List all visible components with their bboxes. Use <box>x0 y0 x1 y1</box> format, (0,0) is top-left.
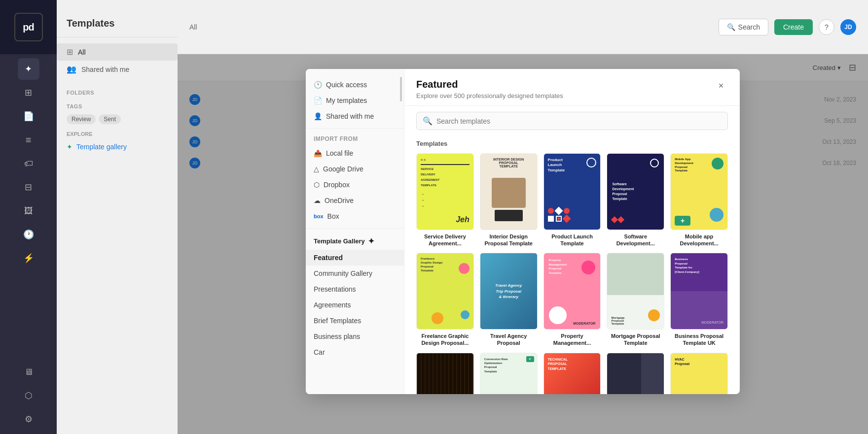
sidebar-icon-clock[interactable]: 🕐 <box>18 224 39 245</box>
gallery-label-text: Template Gallery <box>314 237 365 245</box>
template-card-software-development[interactable]: SoftwareDevelopmentProposalTemplate Soft… <box>607 153 664 247</box>
template-thumb: SoftwareDevelopmentProposalTemplate <box>607 153 664 230</box>
help-button[interactable]: ? <box>819 19 834 35</box>
sidebar-divider-1 <box>306 128 404 129</box>
sidebar-icon-settings[interactable]: ⚙ <box>18 408 39 430</box>
template-card-property-management[interactable]: PropertyManagementProposalTemplate MODER… <box>543 253 601 346</box>
modal-main-subtitle: Explore over 500 professionally designed… <box>416 92 563 100</box>
template-card-interior-design[interactable]: INTERIOR DESIGNPROPOSALTEMPLATE Interior… <box>480 153 538 247</box>
template-name: Software Development... <box>607 233 664 247</box>
modal-sidebar-item-box[interactable]: box Box <box>306 208 404 224</box>
header-right: 🔍 Search Create ? JD <box>719 19 856 35</box>
template-card-conversion-rate[interactable]: Conversion RateOptimizationProposalTempl… <box>480 353 538 394</box>
sidebar-icon-cube[interactable]: ⬡ <box>18 385 39 406</box>
sidebar-divider-2 <box>306 228 404 229</box>
sidebar-icon-bolt[interactable]: ⚡ <box>18 247 39 269</box>
modal-sidebar-item-dropbox[interactable]: ⬡ Dropbox <box>306 177 404 193</box>
sidebar-item-template-gallery[interactable]: ✦ Template gallery <box>67 140 168 154</box>
shared-icon: 👥 <box>67 65 76 74</box>
sidebar-item-shared[interactable]: 👥 Shared with me <box>57 61 178 78</box>
agreements-label: Agreements <box>314 301 351 309</box>
modal-sidebar-item-agreements[interactable]: Agreements <box>306 297 404 313</box>
templates-panel: Templates ⊞ All 👥 Shared with me FOLDERS… <box>57 0 178 434</box>
sidebar-icon-tag[interactable]: 🏷 <box>18 153 39 174</box>
modal-sidebar-item-onedrive[interactable]: ☁ OneDrive <box>306 193 404 208</box>
avatar[interactable]: JD <box>840 19 856 35</box>
sidebar-icon-image[interactable]: 🖼 <box>18 200 39 222</box>
quick-access-section: 🕐 Quick access 📄 My templates 👤 Shared w… <box>306 77 404 124</box>
modal-sidebar-item-quick-access[interactable]: 🕐 Quick access <box>306 77 404 93</box>
onedrive-icon: ☁ <box>314 197 321 204</box>
template-card-travel-agency[interactable]: Travel AgencyTrip Proposal& Itinerary Tr… <box>480 253 538 346</box>
template-name: Property Management... <box>543 333 601 347</box>
top-header: All 🔍 Search Create ? JD <box>178 0 868 54</box>
template-card-dark2[interactable] <box>607 353 664 394</box>
sidebar-item-all[interactable]: ⊞ All <box>57 43 178 61</box>
modal-sidebar-item-featured[interactable]: Featured <box>306 250 404 266</box>
sidebar-icon-document[interactable]: 📄 <box>18 105 39 127</box>
template-thumb <box>607 353 664 394</box>
presentations-label: Presentations <box>314 285 356 293</box>
template-name: Interior Design Proposal Template <box>480 233 538 247</box>
tag-sent[interactable]: Sent <box>99 114 121 124</box>
template-name: Travel Agency Proposal <box>480 333 538 347</box>
template-card-technical-proposal[interactable]: TECHNICALPROPOSALTEMPLATE MODERATOR Tech… <box>543 353 601 394</box>
my-templates-label: My templates <box>326 97 367 104</box>
template-name: Freelance Graphic Design Proposal... <box>416 333 474 347</box>
sidebar-icon-layers[interactable]: ⊟ <box>18 176 39 198</box>
template-thumb: ProductLaunchTemplate <box>543 153 601 230</box>
template-card-product-launch[interactable]: ProductLaunchTemplate <box>543 153 601 247</box>
sidebar-icon-monitor[interactable]: 🖥 <box>18 361 39 383</box>
template-card-business-proposal-uk[interactable]: BusinessProposalTemplate for[Client.Comp… <box>670 253 728 346</box>
modal-sidebar-item-brief-templates[interactable]: Brief Templates <box>306 313 404 329</box>
template-card-freelance-graphic[interactable]: FreelanceGraphic DesignProposalTemplate … <box>416 253 474 346</box>
search-icon: 🔍 <box>423 116 433 126</box>
modal-sidebar-item-presentations[interactable]: Presentations <box>306 281 404 297</box>
template-thumb: HVACProposal <box>670 353 728 394</box>
import-section: Import From 📤 Local file △ Google Drive … <box>306 133 404 224</box>
template-name: Product Launch Template <box>543 233 601 247</box>
template-thumb: Travel AgencyTrip Proposal& Itinerary <box>480 253 538 330</box>
local-file-label: Local file <box>326 149 353 157</box>
modal-main: Featured Explore over 500 professionally… <box>404 69 740 394</box>
tags-row: Review Sent <box>57 111 178 127</box>
search-icon: 🔍 <box>727 23 735 31</box>
search-button[interactable]: 🔍 Search <box>719 19 768 35</box>
template-thumb: PropertyManagementProposalTemplate MODER… <box>543 253 601 330</box>
modal-sidebar-item-local-file[interactable]: 📤 Local file <box>306 145 404 161</box>
sidebar-item-shared-label: Shared with me <box>81 66 129 73</box>
search-input[interactable] <box>436 117 722 125</box>
template-card-hvac[interactable]: HVACProposal HVAC Proposal Template <box>670 353 728 394</box>
template-card-mortgage-proposal[interactable]: MortgageProposalTemplate Mortgage Propos… <box>607 253 664 346</box>
template-card-mobile-app[interactable]: Mobile AppDevelopmentProposalTemplate + … <box>670 153 728 247</box>
brief-templates-label: Brief Templates <box>314 317 361 325</box>
template-card-dark1[interactable] <box>416 353 474 394</box>
explore-section: EXPLORE ✦ Template gallery <box>57 127 178 158</box>
person-icon: 👤 <box>314 112 322 120</box>
template-grid-container: == SERVICE DELIVERY AGREEMENT TEMPLATE →… <box>404 149 740 394</box>
breadcrumb: All <box>189 23 197 31</box>
sidebar-icon-templates[interactable]: ✦ <box>18 58 39 80</box>
create-button[interactable]: Create <box>774 19 813 35</box>
template-thumb: INTERIOR DESIGNPROPOSALTEMPLATE <box>480 153 538 230</box>
sidebar-icon-table[interactable]: ≡ <box>18 129 39 151</box>
main-content: Created ▾ ⊟ JD Nov 2, 2023 JD Sep 5, 202… <box>178 54 868 434</box>
template-thumb: BusinessProposalTemplate for[Client.Comp… <box>670 253 728 330</box>
template-card-service-delivery[interactable]: == SERVICE DELIVERY AGREEMENT TEMPLATE →… <box>416 153 474 247</box>
business-plans-label: Business plans <box>314 333 360 340</box>
modal-close-button[interactable]: × <box>714 79 728 93</box>
modal-sidebar-item-business-plans[interactable]: Business plans <box>306 329 404 344</box>
modal-sidebar-item-community-gallery[interactable]: Community Gallery <box>306 266 404 281</box>
modal-sidebar-item-google-drive[interactable]: △ Google Drive <box>306 161 404 177</box>
dropbox-icon: ⬡ <box>314 181 320 189</box>
modal-sidebar-item-shared-with-me[interactable]: 👤 Shared with me <box>306 108 404 124</box>
tag-review[interactable]: Review <box>67 114 96 124</box>
modal-sidebar-item-car[interactable]: Car <box>306 344 404 360</box>
sidebar-icon-grid[interactable]: ⊞ <box>18 82 39 103</box>
sparkle-icon: ✦ <box>67 143 72 151</box>
sidebar-item-all-label: All <box>78 48 86 56</box>
shared-with-me-label: Shared with me <box>326 112 374 120</box>
template-thumb <box>416 353 474 394</box>
modal-sidebar-item-my-templates[interactable]: 📄 My templates <box>306 93 404 108</box>
sidebar-nav: ⊞ All 👥 Shared with me <box>57 37 178 84</box>
